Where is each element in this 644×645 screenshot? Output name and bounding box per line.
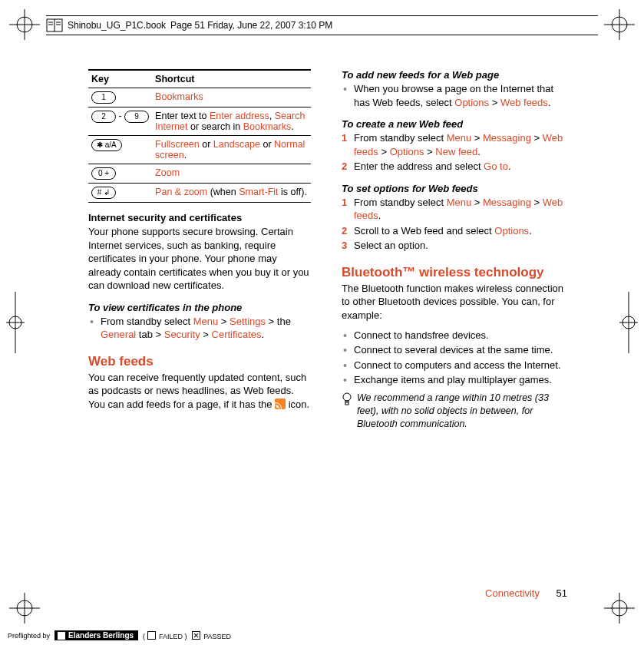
preflight-passed: PASSED [192,631,231,640]
paragraph: Your phone supports secure browsing. Cer… [88,225,311,293]
preflight-brand: Elanders Berlings [54,630,138,640]
brand-logo-icon [58,632,65,640]
right-column: To add new feeds for a Web page When you… [342,69,564,430]
header-filename: Shinobu_UG_P1C.book [68,20,166,31]
book-icon [46,18,63,32]
rss-icon [275,399,286,409]
tip-note: We recommend a range within 10 metres (3… [342,392,564,431]
key-icon: 1 [91,91,116,104]
shortcuts-table: Key Shortcut 1 Bookmarks 2 - 9 Enter tex… [88,69,311,203]
list-item: Exchange items and play multiplayer game… [342,373,564,387]
tip-icon [342,392,352,431]
key-icon: 9 [124,111,149,123]
step-item: 1 From standby select Menu > Messaging >… [342,131,564,158]
registration-mark-icon [9,593,40,624]
heading-add-feeds: To add new feeds for a Web page [342,69,564,81]
key-icon: 0 + [91,167,116,180]
page-footer: Connectivity 51 [485,587,567,599]
header-page-info: Page 51 Friday, June 22, 2007 3:10 PM [170,20,332,31]
table-head-key: Key [88,70,152,88]
link-bookmarks: Bookmarks [155,91,203,102]
key-icon: ✱ a/A [91,139,122,151]
step-item: 3 Select an option. [342,239,564,253]
key-icon: # ↲ [91,187,116,199]
preflight-failed: ( FAILED ) [143,631,187,640]
heading-bluetooth: Bluetooth™ wireless technology [342,265,564,280]
svg-point-24 [343,393,351,401]
footer-page-number: 51 [556,587,567,599]
list-item: When you browse a page on the Internet t… [342,82,564,109]
preflight-label: Preflighted by [8,632,50,640]
registration-mark-icon [6,292,25,353]
list-item: Connect to several devices at the same t… [342,343,564,357]
heading-create-feed: To create a new Web feed [342,118,564,130]
table-row: 2 - 9 Enter text to Enter address, Searc… [88,108,311,136]
document-header: Shinobu_UG_P1C.book Page 51 Friday, June… [46,15,598,35]
table-row: # ↲ Pan & zoom (when Smart-Fit is off). [88,184,311,203]
list-item: Connect to computers and access the Inte… [342,359,564,372]
step-item: 1 From standby select Menu > Messaging >… [342,196,564,223]
table-head-shortcut: Shortcut [152,70,311,88]
table-row: 0 + Zoom [88,164,311,184]
list-item: Connect to handsfree devices. [342,329,564,342]
list-item: From standby select Menu > Settings > th… [88,315,311,342]
paragraph: The Bluetooth function makes wireless co… [342,282,564,322]
registration-mark-icon [604,9,635,40]
heading-internet-security: Internet security and certificates [88,212,311,223]
step-item: 2 Enter the address and select Go to. [342,160,564,174]
footer-section: Connectivity [485,587,540,599]
heading-web-feeds: Web feeds [88,354,311,369]
heading-set-options: To set options for Web feeds [342,183,564,194]
heading-view-certificates: To view certificates in the phone [88,302,311,313]
registration-mark-icon [619,292,638,353]
page-body: Key Shortcut 1 Bookmarks 2 - 9 Enter tex… [88,69,564,430]
key-icon: 2 [91,111,116,123]
paragraph: You can receive frequently updated conte… [88,371,311,412]
preflight-strip: Preflighted by Elanders Berlings ( FAILE… [8,630,231,640]
registration-mark-icon [9,9,40,40]
table-row: 1 Bookmarks [88,88,311,108]
step-item: 2 Scroll to a Web feed and select Option… [342,224,564,238]
registration-mark-icon [604,593,635,624]
table-row: ✱ a/A Fullscreen or Landscape or Normal … [88,136,311,164]
left-column: Key Shortcut 1 Bookmarks 2 - 9 Enter tex… [88,69,311,430]
